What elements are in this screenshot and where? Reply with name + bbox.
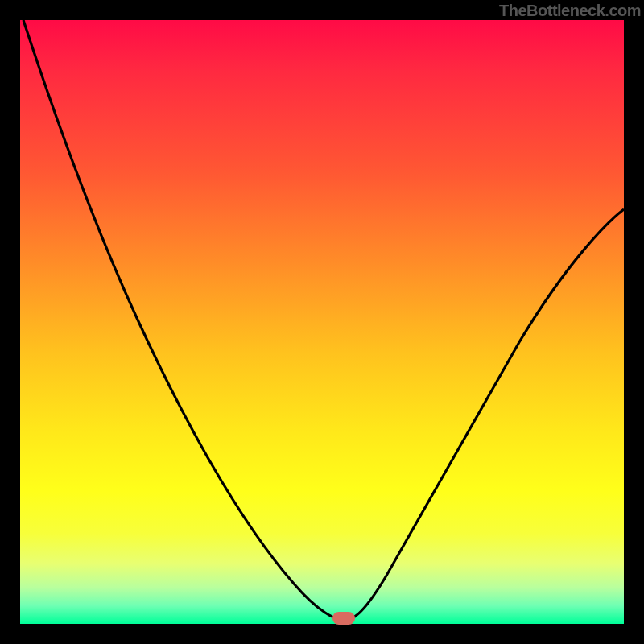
bottleneck-curve xyxy=(20,20,624,624)
curve-path xyxy=(23,20,624,621)
attribution-watermark: TheBottleneck.com xyxy=(499,2,641,20)
optimal-point-marker xyxy=(332,612,355,625)
chart-container: TheBottleneck.com xyxy=(0,0,644,644)
